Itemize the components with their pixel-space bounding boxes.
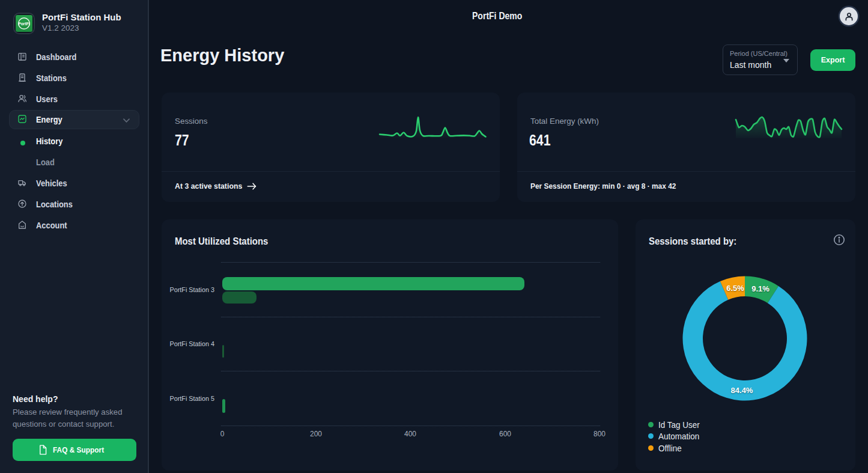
- svg-text:PortFi: PortFi: [18, 22, 30, 26]
